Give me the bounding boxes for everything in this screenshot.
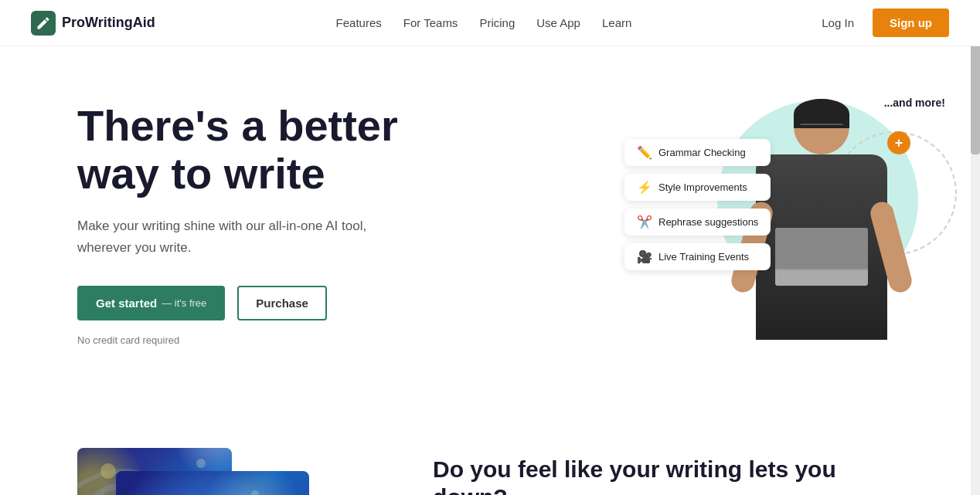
brand-name: ProWritingAid <box>62 15 155 31</box>
and-more-label: ...and more! <box>884 97 945 109</box>
hero-buttons: Get started — it's free Purchase <box>77 286 398 320</box>
nav-pricing[interactable]: Pricing <box>479 16 515 29</box>
svg-point-0 <box>100 463 116 479</box>
hero-subtitle: Make your writing shine with our all-in-… <box>77 215 371 257</box>
section-bottom: My idea in my head Do you feel like your… <box>0 386 980 495</box>
overlay-image <box>116 471 309 495</box>
feature-card-rephrase: ✂️ Rephrase suggestions <box>624 209 771 236</box>
navbar-actions: Log In Sign up <box>812 8 949 37</box>
brand-logo-icon <box>31 11 56 36</box>
nav-learn[interactable]: Learn <box>602 16 631 29</box>
svg-point-1 <box>196 459 206 468</box>
get-started-suffix: — it's free <box>162 297 206 309</box>
hero-section: There's a better way to write Make your … <box>0 46 980 386</box>
grammar-icon: ✏️ <box>637 145 652 160</box>
hero-title: There's a better way to write <box>77 102 398 197</box>
svg-point-4 <box>251 490 259 495</box>
brand[interactable]: ProWritingAid <box>31 11 155 36</box>
feature-cards: ✏️ Grammar Checking ⚡ Style Improvements… <box>624 139 771 270</box>
feature-card-grammar: ✏️ Grammar Checking <box>624 139 771 166</box>
deco-plus-icon: + <box>887 131 910 154</box>
nav-features[interactable]: Features <box>336 16 382 29</box>
person-glasses <box>800 124 843 131</box>
style-icon: ⚡ <box>637 180 652 195</box>
section-down-content: My idea in my head Do you feel like your… <box>0 402 980 495</box>
hero-content: There's a better way to write Make your … <box>77 102 398 346</box>
nav-for-teams[interactable]: For Teams <box>403 16 458 29</box>
overlay-swirls <box>116 471 309 495</box>
section2-title: Do you feel like your writing lets you d… <box>433 456 903 495</box>
feature-card-training: 🎥 Live Training Events <box>624 243 771 270</box>
training-icon: 🎥 <box>637 249 652 264</box>
rephrase-icon: ✂️ <box>637 215 652 229</box>
hero-visual: + ✏️ Grammar Checking ⚡ Style Improvemen… <box>624 93 949 355</box>
feature-card-style: ⚡ Style Improvements <box>624 174 771 201</box>
section2-text: Do you feel like your writing lets you d… <box>433 448 903 495</box>
get-started-button[interactable]: Get started — it's free <box>77 286 225 320</box>
nav-links: Features For Teams Pricing Use App Learn <box>336 16 632 30</box>
purchase-button[interactable]: Purchase <box>237 286 327 320</box>
signup-button[interactable]: Sign up <box>873 8 949 37</box>
section-image-area: My idea in my head <box>77 448 371 495</box>
page-scrollbar[interactable] <box>971 0 980 495</box>
get-started-label: Get started <box>96 297 157 310</box>
navbar: ProWritingAid Features For Teams Pricing… <box>0 0 980 46</box>
login-button[interactable]: Log In <box>812 12 863 34</box>
nav-use-app[interactable]: Use App <box>536 16 580 29</box>
person-laptop <box>775 228 868 286</box>
no-credit-text: No credit card required <box>77 334 398 346</box>
